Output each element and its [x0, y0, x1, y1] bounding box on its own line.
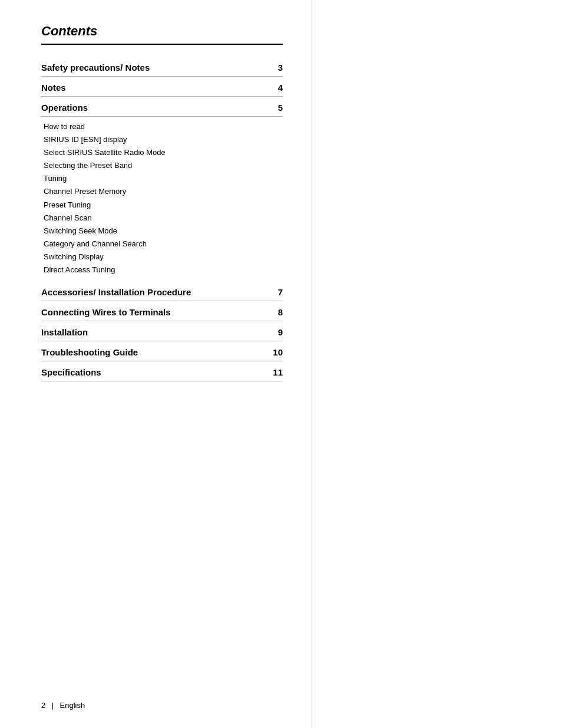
footer-language: English	[60, 701, 85, 710]
toc-page-specifications: 11	[271, 367, 283, 377]
sub-item-switching-seek: Switching Seek Mode	[41, 225, 283, 238]
toc-entry-safety[interactable]: Safety precautions/ Notes 3	[41, 57, 283, 77]
right-border	[312, 0, 312, 728]
toc-page-connecting: 8	[271, 307, 283, 317]
sub-item-preset-band: Selecting the Preset Band	[41, 159, 283, 172]
toc-entry-specifications[interactable]: Specifications 11	[41, 361, 283, 381]
toc-label-notes: Notes	[41, 83, 66, 93]
toc-label-accessories: Accessories/ Installation Procedure	[41, 287, 191, 297]
toc-label-connecting: Connecting Wires to Terminals	[41, 307, 171, 317]
toc-page-troubleshooting: 10	[271, 347, 283, 357]
toc-label-installation: Installation	[41, 327, 88, 337]
footer-separator: |	[52, 701, 54, 710]
page-title: Contents	[41, 24, 283, 39]
toc-sub-items-operations: How to read SIRIUS ID [ESN] display Sele…	[41, 117, 283, 281]
sub-item-switching-display: Switching Display	[41, 251, 283, 263]
toc-entry-installation[interactable]: Installation 9	[41, 321, 283, 341]
title-rule	[41, 44, 283, 45]
toc-entry-accessories[interactable]: Accessories/ Installation Procedure 7	[41, 281, 283, 301]
toc-entry-operations[interactable]: Operations 5	[41, 97, 283, 117]
toc-page-operations: 5	[271, 103, 283, 113]
page-container: Contents Safety precautions/ Notes 3 Not…	[0, 0, 562, 728]
toc-page-installation: 9	[271, 327, 283, 337]
toc-section: Safety precautions/ Notes 3 Notes 4 Oper…	[41, 57, 283, 381]
sub-item-tuning: Tuning	[41, 172, 283, 185]
sub-item-sirius-id: SIRIUS ID [ESN] display	[41, 133, 283, 146]
sub-item-how-to-read: How to read	[41, 120, 283, 133]
toc-entry-connecting[interactable]: Connecting Wires to Terminals 8	[41, 301, 283, 321]
toc-label-operations: Operations	[41, 103, 88, 113]
toc-label-safety: Safety precautions/ Notes	[41, 62, 150, 73]
sub-item-channel-preset: Channel Preset Memory	[41, 185, 283, 198]
sub-item-select-sirius: Select SIRIUS Satellite Radio Mode	[41, 146, 283, 159]
sub-item-preset-tuning: Preset Tuning	[41, 199, 283, 212]
toc-entry-notes[interactable]: Notes 4	[41, 77, 283, 97]
sub-item-channel-scan: Channel Scan	[41, 212, 283, 225]
toc-label-specifications: Specifications	[41, 367, 101, 377]
sub-item-category-channel: Category and Channel Search	[41, 238, 283, 251]
sub-item-direct-access: Direct Access Tuning	[41, 263, 283, 276]
footer-page-number: 2	[41, 701, 45, 710]
content-area: Contents Safety precautions/ Notes 3 Not…	[0, 0, 312, 728]
footer-area: 2 | English	[41, 700, 85, 710]
toc-entry-troubleshooting[interactable]: Troubleshooting Guide 10	[41, 341, 283, 361]
toc-label-troubleshooting: Troubleshooting Guide	[41, 347, 138, 357]
toc-page-accessories: 7	[271, 287, 283, 297]
toc-page-safety: 3	[271, 62, 283, 73]
toc-page-notes: 4	[271, 83, 283, 93]
